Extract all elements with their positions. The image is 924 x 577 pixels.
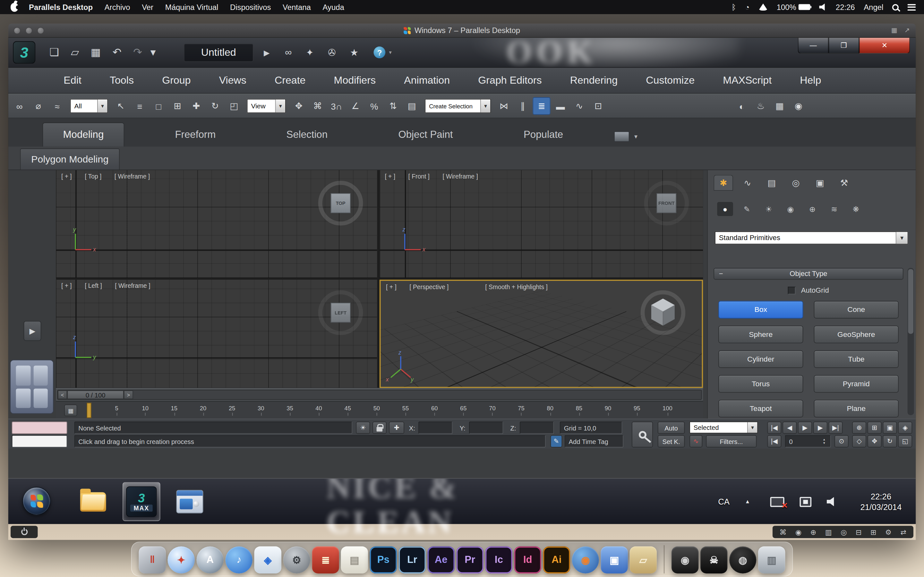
go-to-start-button[interactable]: |◀ bbox=[767, 422, 781, 434]
utilities-tab[interactable]: ⚒ bbox=[835, 175, 854, 191]
3dsmax-titlebar[interactable]: OOK 3 ❏▱▦↶↷ ▾ Untitled ▶ ∞✦✇★ ? ▾ bbox=[8, 38, 916, 68]
viewcube[interactable]: FRONT bbox=[644, 181, 689, 226]
ribbon-toggle-icon[interactable]: ▬ bbox=[551, 97, 569, 115]
viewcube[interactable]: TOP bbox=[318, 181, 363, 226]
zoom-button[interactable]: ⊕ bbox=[852, 422, 866, 434]
key-mode-toggle[interactable]: ⊙ bbox=[835, 435, 849, 448]
ribbon-tab[interactable]: Selection bbox=[266, 123, 347, 147]
lights-category[interactable]: ☀ bbox=[761, 202, 777, 216]
show-hidden-icons[interactable]: ▲ bbox=[745, 499, 750, 504]
menu-item[interactable]: Tools bbox=[95, 68, 148, 93]
display-warning-icon[interactable]: ✕ bbox=[770, 496, 784, 506]
taskbar-clock[interactable]: 22:26 21/03/2014 bbox=[860, 491, 901, 512]
z-coordinate-field[interactable] bbox=[520, 422, 554, 434]
rectangular-selection-icon[interactable]: □ bbox=[150, 97, 168, 115]
bind-to-space-warp-icon[interactable]: ≈ bbox=[48, 97, 66, 115]
time-slider-handle[interactable]: 0 / 100 bbox=[67, 390, 124, 400]
help-dropdown-icon[interactable]: ▾ bbox=[389, 49, 392, 55]
firefox-icon[interactable]: ◉ bbox=[572, 546, 599, 573]
primitive-button[interactable]: Tube bbox=[814, 350, 899, 368]
unlink-selection-icon[interactable]: ⌀ bbox=[29, 97, 47, 115]
zoom-all-button[interactable]: ⊞ bbox=[867, 422, 882, 434]
viewport-label[interactable]: [ + ] [ Perspective ] [ Smooth + Highlig… bbox=[386, 283, 548, 290]
render-setup-icon[interactable]: ♨ bbox=[752, 97, 770, 115]
menu-item[interactable]: Rendering bbox=[556, 68, 632, 93]
go-to-end-button[interactable]: ▶| bbox=[829, 422, 843, 434]
zoom-window-icon[interactable] bbox=[37, 27, 44, 34]
trash-icon[interactable]: ▥ bbox=[758, 546, 785, 573]
select-and-scale-icon[interactable]: ◰ bbox=[225, 97, 243, 115]
primitive-button[interactable]: Cone bbox=[814, 301, 899, 319]
menubar-app-name[interactable]: Parallels Desktop bbox=[23, 3, 99, 11]
layer-manager-icon[interactable]: ≣ bbox=[533, 97, 550, 115]
primitive-button[interactable]: Pyramid bbox=[814, 375, 899, 393]
primitive-button[interactable]: Torus bbox=[718, 375, 803, 393]
menu-item[interactable]: Ayuda bbox=[317, 3, 350, 11]
named-selection-dropdown[interactable]: Create Selection▼ bbox=[425, 99, 491, 113]
app-store-icon[interactable]: A bbox=[197, 546, 224, 573]
viewport-label[interactable]: [ + ] [ Top ] [ Wireframe ] bbox=[61, 172, 150, 179]
snapshot-icon[interactable]: ▦ bbox=[891, 27, 897, 34]
primitive-button[interactable]: Cylinder bbox=[718, 350, 803, 368]
install-icon[interactable] bbox=[800, 496, 811, 506]
incopy-icon[interactable]: Ic bbox=[485, 546, 512, 573]
menu-item[interactable]: Group bbox=[148, 68, 205, 93]
primitive-button[interactable]: Sphere bbox=[718, 326, 803, 343]
minimize-window-icon[interactable] bbox=[25, 27, 32, 34]
redo-icon[interactable]: ↷ bbox=[133, 46, 142, 59]
select-object-icon[interactable]: ↖ bbox=[112, 97, 129, 115]
default-tangent-icon[interactable]: ∿ bbox=[690, 435, 702, 448]
explorer-taskbar-button[interactable] bbox=[74, 482, 112, 521]
viewport-label[interactable]: [ + ] [ Front ] [ Wireframe ] bbox=[384, 172, 478, 179]
rendered-frame-icon[interactable]: ▦ bbox=[771, 97, 788, 115]
shapes-category[interactable]: ✎ bbox=[739, 202, 755, 216]
parallels-icon[interactable]: ‖ bbox=[139, 546, 166, 573]
language-indicator[interactable]: CA bbox=[718, 497, 730, 506]
viewport-left[interactable]: z y [ + ] [ Left ] [ Wireframe ] LEFT bbox=[56, 279, 377, 388]
keyboard-icon[interactable]: ⌘ bbox=[779, 528, 787, 536]
ribbon-tab[interactable]: Modeling bbox=[42, 122, 124, 147]
settings-icon[interactable]: ⚙ bbox=[885, 528, 892, 536]
user-name[interactable]: Angel bbox=[864, 3, 883, 11]
viewport-perspective[interactable]: z x y [ + ] [ Perspective ] [ Smooth + H… bbox=[380, 279, 703, 388]
menu-item[interactable]: Máquina Virtual bbox=[159, 3, 224, 11]
skull-icon[interactable]: ☠ bbox=[700, 546, 727, 573]
key-filters-button[interactable]: Filters... bbox=[706, 435, 756, 448]
menu-item[interactable]: Customize bbox=[632, 68, 709, 93]
motion-tab[interactable]: ◎ bbox=[786, 175, 806, 191]
parallels-doc-icon[interactable]: ▣ bbox=[601, 546, 628, 573]
fov-button[interactable]: ◇ bbox=[852, 435, 866, 448]
zoom-extents-all-button[interactable]: ◈ bbox=[898, 422, 912, 434]
next-frame-arrow[interactable]: > bbox=[124, 390, 133, 400]
menu-item[interactable]: Ventana bbox=[277, 3, 317, 11]
photoshop-icon[interactable]: Ps bbox=[370, 546, 397, 573]
premiere-icon[interactable]: Pr bbox=[457, 546, 483, 573]
communication-center-icon[interactable]: ✇ bbox=[328, 47, 336, 58]
network-icon[interactable]: ⊞ bbox=[871, 528, 876, 536]
viewcube[interactable]: LEFT bbox=[318, 290, 363, 335]
menu-item[interactable]: Dispositivos bbox=[224, 3, 277, 11]
menu-item[interactable]: Create bbox=[260, 68, 320, 93]
itunes-icon[interactable]: ♪ bbox=[226, 546, 252, 573]
minimize-button[interactable]: — bbox=[798, 38, 829, 54]
primitive-category-dropdown[interactable]: Standard Primitives ▼ bbox=[715, 231, 908, 244]
cameras-category[interactable]: ◉ bbox=[782, 202, 798, 216]
menubar-clock[interactable]: 22:26 bbox=[836, 3, 855, 11]
media-app-taskbar-button[interactable] bbox=[171, 482, 209, 521]
x-coordinate-field[interactable] bbox=[418, 422, 453, 434]
viewport-layout-tab[interactable] bbox=[10, 359, 53, 414]
start-button[interactable] bbox=[23, 487, 51, 515]
spotlight-icon[interactable] bbox=[892, 4, 899, 10]
angle-snap-icon[interactable]: ∠ bbox=[347, 97, 364, 115]
previous-key-button[interactable]: |◀ bbox=[767, 435, 781, 448]
lightroom-icon[interactable]: Lr bbox=[399, 546, 426, 573]
primitive-button[interactable]: Box bbox=[718, 301, 803, 319]
create-tab[interactable]: ✱ bbox=[714, 175, 733, 191]
menu-item[interactable]: MAXScript bbox=[709, 68, 786, 93]
percent-snap-icon[interactable]: % bbox=[365, 97, 383, 115]
menu-item[interactable]: Help bbox=[786, 68, 835, 93]
viewport-top[interactable]: y x [ + ] [ Top ] [ Wireframe ] TOP bbox=[56, 170, 377, 278]
menu-item[interactable]: Ver bbox=[136, 3, 160, 11]
curve-editor-icon[interactable]: ∿ bbox=[570, 97, 588, 115]
menu-item[interactable]: Graph Editors bbox=[464, 68, 556, 93]
